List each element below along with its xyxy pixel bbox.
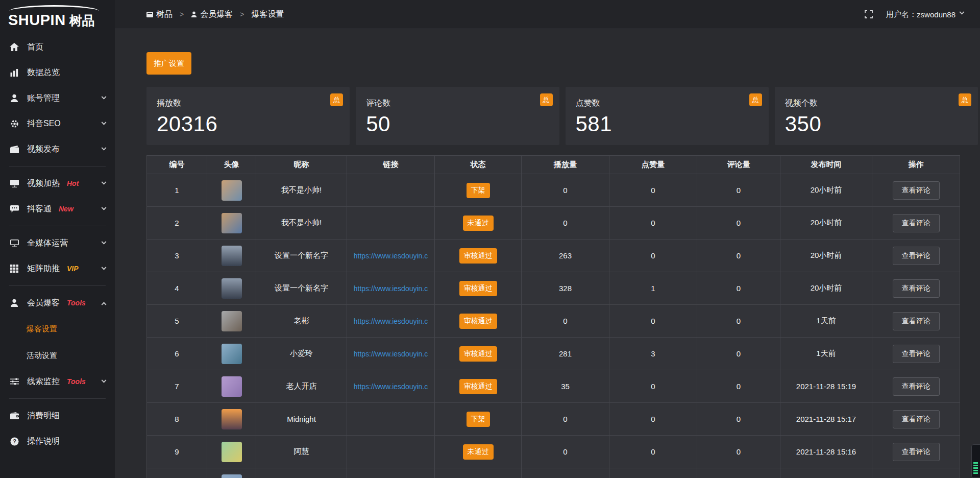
cell-status: 下架 [435,403,522,436]
cell-plays: 0 [522,174,609,207]
promotion-settings-button[interactable]: 推广设置 [146,52,191,75]
cell-avatar [207,370,256,403]
cell-status: 审核通过 [435,305,522,338]
cell-action: 查看评论 [872,436,960,468]
view-comments-button[interactable]: 查看评论 [893,443,940,461]
avatar [222,180,242,201]
sidebar-item-member-baoke[interactable]: 会员爆客 Tools [0,290,115,316]
cell-publish-time: 2021-11-28 15:16 [780,436,872,468]
table-column-header: 状态 [435,156,522,174]
breadcrumb-home[interactable]: 树品 [146,9,173,20]
help-icon: ? [9,437,19,446]
sidebar-item-all-media[interactable]: 全媒体运营 [0,230,115,256]
fullscreen-icon[interactable] [865,10,873,18]
new-badge: New [59,205,74,213]
sidebar-item-douyin-seo[interactable]: 抖音SEO [0,111,115,136]
user-icon [9,94,19,102]
stat-card: 视频个数 350 总 [775,87,978,145]
cell-comments: 0 [697,207,780,240]
cell-avatar [207,305,256,338]
sidebar-item-matrix-boost[interactable]: 矩阵助推 VIP [0,256,115,281]
sidebar-item-home[interactable]: 首页 [0,34,115,60]
breadcrumb-separator: > [180,10,184,18]
tools-badge: Tools [67,299,86,307]
floating-widget[interactable] [971,444,980,478]
cell-link [347,468,435,478]
breadcrumb-home-label: 树品 [156,9,173,20]
status-badge: 未通过 [463,444,494,460]
chevron-down-icon [960,10,965,15]
avatar [222,246,242,266]
cell-nickname: 设置一个新名字 [256,240,347,272]
status-badge: 审核通过 [459,346,497,362]
cell-publish-time: 20小时前 [780,272,872,305]
cell-plays: 0 [522,305,609,338]
cell-plays: 0 [522,403,609,436]
stat-card: 播放数 20316 总 [146,87,350,145]
cell-nickname: 老人开店 [256,370,347,403]
breadcrumb: 树品 > 会员爆客 > 爆客设置 [146,9,284,20]
cell-comments: 0 [697,370,780,403]
sidebar-item-instructions[interactable]: ? 操作说明 [0,428,115,454]
sidebar-subitem-baoke-settings[interactable]: 爆客设置 [0,316,115,342]
cell-plays: 0 [522,207,609,240]
cell-avatar [207,207,256,240]
total-badge: 总 [749,93,762,106]
table-column-header: 头像 [207,156,256,174]
cell-comments: 0 [697,436,780,468]
sidebar-item-data-overview[interactable]: 数据总览 [0,60,115,85]
avatar [222,442,242,462]
view-comments-button[interactable]: 查看评论 [893,312,940,330]
cell-publish-time: 20小时前 [780,207,872,240]
grid-icon [9,265,19,273]
video-link[interactable]: https://www.iesdouyin.c [354,284,428,293]
sidebar-divider [9,285,106,286]
breadcrumb-section[interactable]: 会员爆客 [191,9,233,20]
chevron-down-icon [102,205,107,210]
view-comments-button[interactable]: 查看评论 [893,214,940,232]
video-link[interactable]: https://www.iesdouyin.c [354,317,428,325]
video-link[interactable]: https://www.iesdouyin.c [354,383,428,391]
sidebar-item-douketong[interactable]: 抖客通 New [0,196,115,222]
widget-stripes-icon [973,462,978,474]
person-icon [191,11,197,17]
view-comments-button[interactable]: 查看评论 [893,247,940,265]
cell-avatar [207,338,256,370]
view-comments-button[interactable]: 查看评论 [893,410,940,428]
cell-id: 6 [147,338,207,370]
view-comments-button[interactable]: 查看评论 [893,377,940,396]
cell-nickname: 我不是小帅! [256,174,347,207]
cell-likes: 0 [609,370,697,403]
sliders-icon [9,378,19,385]
user-menu[interactable]: 用户名： zswodun88 [886,10,964,19]
view-comments-button[interactable]: 查看评论 [893,345,940,363]
logo-arc [9,5,99,11]
sidebar-item-account-management[interactable]: 账号管理 [0,85,115,111]
cell-comments: 0 [697,240,780,272]
sidebar-item-label: 会员爆客 [27,298,60,308]
video-link[interactable]: https://www.iesdouyin.c [354,252,428,260]
status-badge: 审核通过 [459,281,497,296]
cell-link [347,403,435,436]
cell-publish-time: 2021-11-28 15:19 [780,370,872,403]
view-comments-button[interactable]: 查看评论 [893,279,940,298]
logo-text-cn: 树品 [69,12,95,29]
table-column-header: 昵称 [256,156,347,174]
sidebar-item-video-heat[interactable]: 视频加热 Hot [0,171,115,196]
sidebar-item-label: 账号管理 [27,93,60,104]
video-link[interactable]: https://www.iesdouyin.c [354,350,428,358]
stat-cards: 播放数 20316 总 评论数 50 总 点赞数 581 总 视频个数 350 … [146,87,978,145]
sidebar-item-clue-monitor[interactable]: 线索监控 Tools [0,369,115,394]
sidebar-subitem-activity-settings[interactable]: 活动设置 [0,342,115,369]
sidebar-item-video-publish[interactable]: 视频发布 [0,136,115,162]
view-comments-button[interactable]: 查看评论 [893,181,940,200]
stat-value: 50 [366,113,549,135]
cell-action: 查看评论 [872,240,960,272]
table-column-header: 播放量 [522,156,609,174]
table-row: 5 老彬 https://www.iesdouyin.c 审核通过 0 0 0 … [147,305,960,338]
cell-likes [609,468,697,478]
cell-nickname: 阿慧 [256,436,347,468]
sidebar-item-consumption-details[interactable]: 消费明细 [0,403,115,428]
cell-avatar [207,272,256,305]
cell-action: 查看评论 [872,338,960,370]
